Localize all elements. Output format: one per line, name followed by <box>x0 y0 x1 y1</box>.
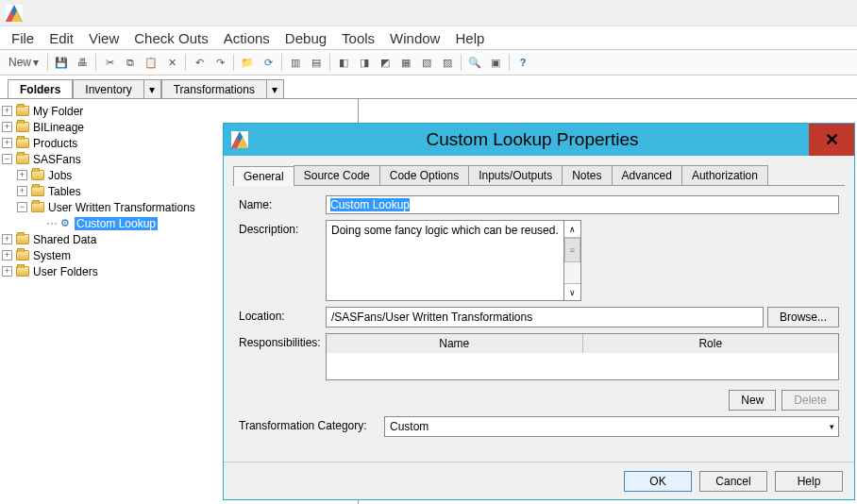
help-icon[interactable]: ? <box>513 53 532 72</box>
new-responsibility-button[interactable]: New <box>729 390 776 411</box>
toolbar: New ▾ 💾 🖶 ✂ ⧉ 📋 ✕ ↶ ↷ 📁 ⟳ ▥ ▤ ◧ ◨ ◩ ▦ ▧ … <box>0 49 857 76</box>
help-button[interactable]: Help <box>775 471 843 492</box>
expand-icon[interactable]: + <box>2 266 12 277</box>
menubar: File Edit View Check Outs Actions Debug … <box>0 26 857 49</box>
folder-icon <box>16 138 29 148</box>
tree-jobs[interactable]: Jobs <box>48 169 72 182</box>
window-titlebar <box>0 0 857 26</box>
chevron-down-icon: ▾ <box>830 422 834 431</box>
cut-icon[interactable]: ✂ <box>100 53 119 72</box>
tree-shared[interactable]: Shared Data <box>33 233 96 246</box>
folder-icon <box>31 202 44 212</box>
delete-icon[interactable]: ✕ <box>162 53 181 72</box>
paste-icon[interactable]: 📋 <box>142 53 160 72</box>
collapse-icon[interactable]: − <box>17 202 27 212</box>
save-icon[interactable]: 💾 <box>52 53 71 72</box>
action2-icon[interactable]: ◨ <box>355 53 374 72</box>
dialog-titlebar[interactable]: Custom Lookup Properties ✕ <box>224 124 854 156</box>
properties-icon[interactable]: ▣ <box>486 53 505 72</box>
tree-bilineage[interactable]: BILineage <box>33 121 84 134</box>
tab-advanced[interactable]: Advanced <box>612 165 682 185</box>
new-button[interactable]: New ▾ <box>4 53 43 72</box>
location-label: Location: <box>239 307 326 328</box>
tab-general[interactable]: General <box>233 166 294 186</box>
folder-icon <box>16 106 29 116</box>
ok-button[interactable]: OK <box>624 471 692 492</box>
checkout-icon[interactable]: ▤ <box>307 53 326 72</box>
dialog-title: Custom Lookup Properties <box>256 129 809 150</box>
transformations-dropdown[interactable]: ▾ <box>267 79 284 99</box>
action5-icon[interactable]: ▧ <box>417 53 436 72</box>
responsibilities-table[interactable]: Name Role <box>326 333 839 380</box>
category-label: Transformation Category: <box>239 416 384 437</box>
description-field[interactable]: Doing some fancy logic which can be reus… <box>326 220 564 301</box>
tree-uwt[interactable]: User Written Transformations <box>48 201 195 214</box>
tree-sasfans[interactable]: SASFans <box>33 153 81 166</box>
search-icon[interactable]: 🔍 <box>465 53 484 72</box>
name-label: Name: <box>239 195 326 214</box>
menu-edit[interactable]: Edit <box>43 28 79 48</box>
properties-dialog: Custom Lookup Properties ✕ General Sourc… <box>223 123 855 500</box>
expand-icon[interactable]: + <box>17 186 27 196</box>
tab-transformations[interactable]: Transformations <box>161 79 267 99</box>
tree-tables[interactable]: Tables <box>48 185 81 198</box>
collapse-icon[interactable]: − <box>2 154 12 164</box>
menu-tools[interactable]: Tools <box>336 28 380 48</box>
description-scrollbar[interactable]: ∧ ≡ ∨ <box>564 220 581 301</box>
tab-source-code[interactable]: Source Code <box>294 165 380 185</box>
expand-icon[interactable]: + <box>17 170 27 180</box>
menu-actions[interactable]: Actions <box>218 28 276 48</box>
tab-inputs-outputs[interactable]: Inputs/Outputs <box>468 165 563 185</box>
expand-icon[interactable]: + <box>2 250 12 260</box>
expand-icon[interactable]: + <box>2 234 12 244</box>
folder-icon[interactable]: 📁 <box>238 53 257 72</box>
location-field[interactable]: /SASFans/User Written Transformations <box>326 307 764 328</box>
delete-responsibility-button: Delete <box>781 390 839 411</box>
action3-icon[interactable]: ◩ <box>376 53 395 72</box>
browse-button[interactable]: Browse... <box>767 307 839 328</box>
tree-connector: ⋯ <box>46 217 57 230</box>
redo-icon[interactable]: ↷ <box>210 53 229 72</box>
action1-icon[interactable]: ◧ <box>334 53 353 72</box>
expand-icon[interactable]: + <box>2 106 12 116</box>
menu-window[interactable]: Window <box>384 28 445 48</box>
print-icon[interactable]: 🖶 <box>73 53 92 72</box>
tree-products[interactable]: Products <box>33 137 77 150</box>
menu-file[interactable]: File <box>6 28 40 48</box>
menu-checkouts[interactable]: Check Outs <box>128 28 213 48</box>
tab-inventory[interactable]: Inventory <box>73 79 143 99</box>
folder-icon <box>16 154 29 164</box>
transformation-icon: ⚙ <box>59 217 71 229</box>
action6-icon[interactable]: ▨ <box>438 53 457 72</box>
expand-icon[interactable]: + <box>2 138 12 148</box>
menu-view[interactable]: View <box>83 28 125 48</box>
tree-custom-lookup[interactable]: Custom Lookup <box>75 217 158 230</box>
scroll-thumb[interactable]: ≡ <box>564 238 580 262</box>
tree-myfolder[interactable]: My Folder <box>33 105 83 118</box>
refresh-icon[interactable]: ⟳ <box>259 53 277 72</box>
action4-icon[interactable]: ▦ <box>396 53 415 72</box>
tree-userfolders[interactable]: User Folders <box>33 265 98 278</box>
cancel-button[interactable]: Cancel <box>699 471 767 492</box>
undo-icon[interactable]: ↶ <box>190 53 209 72</box>
tab-notes[interactable]: Notes <box>562 165 612 185</box>
menu-debug[interactable]: Debug <box>279 28 332 48</box>
category-select[interactable]: Custom ▾ <box>384 416 839 437</box>
expand-icon[interactable]: + <box>2 122 12 132</box>
menu-help[interactable]: Help <box>449 28 490 48</box>
tab-authorization[interactable]: Authorization <box>681 165 768 185</box>
folder-icon <box>31 186 44 196</box>
tab-code-options[interactable]: Code Options <box>379 165 469 185</box>
name-field[interactable]: Custom Lookup <box>326 195 839 214</box>
tree-system[interactable]: System <box>33 249 71 262</box>
tab-folders[interactable]: Folders <box>8 79 73 99</box>
inventory-dropdown[interactable]: ▾ <box>144 79 161 99</box>
col-role[interactable]: Role <box>583 334 839 353</box>
scroll-up-icon[interactable]: ∧ <box>564 221 580 238</box>
checkin-icon[interactable]: ▥ <box>286 53 305 72</box>
copy-icon[interactable]: ⧉ <box>121 53 140 72</box>
scroll-down-icon[interactable]: ∨ <box>564 283 580 300</box>
col-name[interactable]: Name <box>327 334 583 353</box>
close-button[interactable]: ✕ <box>809 124 854 156</box>
responsibilities-label: Responsibilities: <box>239 333 326 411</box>
